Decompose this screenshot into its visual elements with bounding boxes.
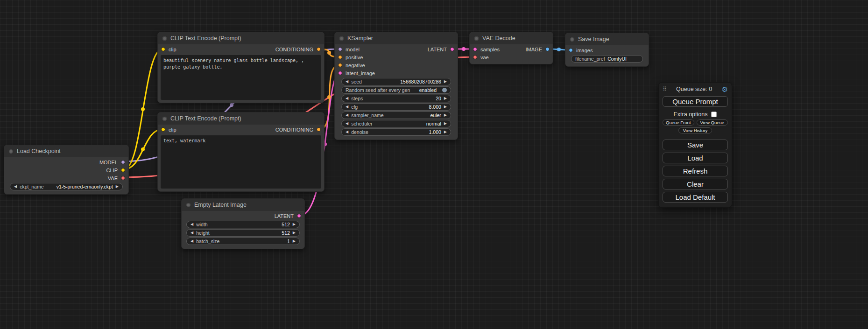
samples-input-port[interactable] [473, 47, 477, 51]
node-title-bar[interactable]: VAE Decode [470, 32, 553, 44]
width-widget[interactable]: ◀ width 512 ▶ [186, 221, 300, 228]
left-arrow-icon[interactable]: ◀ [346, 105, 348, 109]
refresh-button[interactable]: Refresh [663, 166, 728, 176]
clip-output-port[interactable] [121, 168, 125, 172]
positive-input-port[interactable] [338, 55, 342, 59]
right-arrow-icon[interactable]: ▶ [293, 231, 296, 235]
input-label-clip: clip [169, 127, 176, 133]
node-title-bar[interactable]: CLIP Text Encode (Prompt) [158, 112, 324, 125]
node-load-checkpoint[interactable]: Load Checkpoint MODEL CLIP VAE [4, 145, 129, 195]
random-seed-widget[interactable]: Random seed after every gen enabled [341, 86, 451, 94]
batch-size-widget[interactable]: ◀ batch_size 1 ▶ [186, 238, 300, 245]
vae-input-port[interactable] [473, 55, 477, 59]
right-arrow-icon[interactable]: ▶ [444, 80, 447, 84]
steps-widget[interactable]: ◀ steps 20 ▶ [341, 95, 451, 102]
link-midpoint-dot[interactable] [327, 95, 331, 99]
right-arrow-icon[interactable]: ▶ [293, 239, 296, 243]
drag-handle-icon[interactable]: ⠿ [663, 86, 667, 92]
left-arrow-icon[interactable]: ◀ [191, 239, 193, 243]
node-save-image[interactable]: Save Image images filename_prefix ComfyU… [565, 33, 649, 67]
node-vae-decode[interactable]: VAE Decode samples IMAGE vae [469, 32, 553, 64]
view-queue-button[interactable]: View Queue [697, 119, 728, 126]
node-empty-latent-image[interactable]: Empty Latent Image LATENT ◀ width 512 ▶ … [181, 198, 305, 249]
node-collapse-dot[interactable] [474, 36, 479, 41]
node-collapse-dot[interactable] [162, 36, 167, 41]
node-clip-text-encode-positive[interactable]: CLIP Text Encode (Prompt) clip CONDITION… [157, 32, 325, 103]
widget-value: 1 [287, 238, 290, 244]
link-midpoint-dot[interactable] [462, 47, 466, 51]
conditioning-output-port[interactable] [317, 127, 321, 132]
link-midpoint-dot[interactable] [230, 103, 233, 107]
left-arrow-icon[interactable]: ◀ [191, 231, 193, 235]
latent-output-port[interactable] [450, 47, 454, 51]
image-output-port[interactable] [545, 47, 550, 51]
clip-input-port[interactable] [161, 127, 165, 132]
positive-prompt-textarea[interactable]: beautiful scenery nature glass bottle la… [161, 55, 321, 100]
link-midpoint-dot[interactable] [327, 51, 331, 55]
images-input-port[interactable] [569, 48, 573, 52]
right-arrow-icon[interactable]: ▶ [444, 130, 447, 134]
node-graph-canvas[interactable]: Load Checkpoint MODEL CLIP VAE [0, 0, 868, 329]
node-title-bar[interactable]: Empty Latent Image [182, 199, 304, 211]
cfg-widget[interactable]: ◀ cfg 8.000 ▶ [341, 103, 451, 111]
node-title-bar[interactable]: Save Image [565, 33, 649, 45]
right-arrow-icon[interactable]: ▶ [293, 223, 296, 226]
node-ksampler[interactable]: KSampler model LATENT positive [334, 32, 458, 140]
node-title-bar[interactable]: KSampler [335, 32, 458, 44]
left-arrow-icon[interactable]: ◀ [346, 122, 348, 126]
input-label-negative: negative [346, 63, 365, 68]
node-title-bar[interactable]: Load Checkpoint [4, 145, 128, 157]
left-arrow-icon[interactable]: ◀ [346, 80, 348, 84]
model-output-port[interactable] [121, 160, 125, 164]
filename-prefix-widget[interactable]: filename_prefix ComfyUI [571, 55, 643, 63]
seed-widget[interactable]: ◀ seed 156680208700286 ▶ [341, 78, 451, 85]
conditioning-output-port[interactable] [317, 47, 321, 51]
vae-output-port[interactable] [121, 176, 125, 180]
right-arrow-icon[interactable]: ▶ [116, 185, 119, 189]
clear-button[interactable]: Clear [663, 179, 728, 189]
node-title-bar[interactable]: CLIP Text Encode (Prompt) [158, 32, 324, 44]
queue-prompt-button[interactable]: Queue Prompt [663, 96, 728, 107]
right-arrow-icon[interactable]: ▶ [444, 97, 447, 100]
link-midpoint-dot[interactable] [141, 147, 145, 151]
model-input-port[interactable] [338, 47, 342, 51]
queue-front-button[interactable]: Queue Front [663, 119, 694, 126]
node-collapse-dot[interactable] [339, 36, 344, 41]
extra-options-checkbox[interactable] [711, 112, 717, 117]
negative-prompt-textarea[interactable]: text, watermark [161, 135, 321, 189]
node-collapse-dot[interactable] [570, 37, 574, 42]
left-arrow-icon[interactable]: ◀ [14, 185, 17, 189]
left-arrow-icon[interactable]: ◀ [346, 130, 348, 134]
node-collapse-dot[interactable] [186, 203, 191, 207]
wire-clip-to-positive[interactable] [124, 49, 162, 169]
link-midpoint-dot[interactable] [141, 107, 145, 111]
node-clip-text-encode-negative[interactable]: CLIP Text Encode (Prompt) clip CONDITION… [157, 112, 325, 192]
node-collapse-dot[interactable] [162, 117, 167, 121]
settings-gear-icon[interactable]: ⚙ [722, 86, 728, 93]
node-collapse-dot[interactable] [9, 149, 13, 154]
view-history-button[interactable]: View History [678, 127, 712, 133]
left-arrow-icon[interactable]: ◀ [346, 97, 348, 100]
sampler-name-widget[interactable]: ◀ sampler_name euler ▶ [341, 112, 451, 119]
wire-clip-to-negative[interactable] [124, 129, 162, 169]
right-arrow-icon[interactable]: ▶ [444, 122, 447, 126]
load-button[interactable]: Load [663, 153, 728, 163]
right-arrow-icon[interactable]: ▶ [444, 105, 447, 109]
ckpt-name-widget[interactable]: ◀ ckpt_name v1-5-pruned-emaonly.ckpt ▶ [10, 183, 123, 190]
latent-output-port[interactable] [297, 214, 301, 218]
io-row-model-latent: model LATENT [335, 45, 458, 53]
denoise-widget[interactable]: ◀ denoise 1.000 ▶ [341, 128, 451, 136]
load-default-button[interactable]: Load Default [663, 192, 728, 203]
height-widget[interactable]: ◀ height 512 ▶ [186, 229, 300, 237]
negative-input-port[interactable] [338, 63, 342, 67]
clip-input-port[interactable] [161, 47, 165, 51]
latent-image-input-port[interactable] [338, 71, 342, 75]
random-seed-toggle[interactable] [442, 88, 447, 92]
save-button[interactable]: Save [663, 140, 728, 150]
right-arrow-icon[interactable]: ▶ [444, 113, 447, 117]
left-arrow-icon[interactable]: ◀ [346, 113, 348, 117]
left-arrow-icon[interactable]: ◀ [191, 223, 193, 226]
scheduler-widget[interactable]: ◀ scheduler normal ▶ [341, 120, 451, 127]
widget-value: 1.000 [429, 129, 441, 135]
link-midpoint-dot[interactable] [557, 48, 561, 51]
